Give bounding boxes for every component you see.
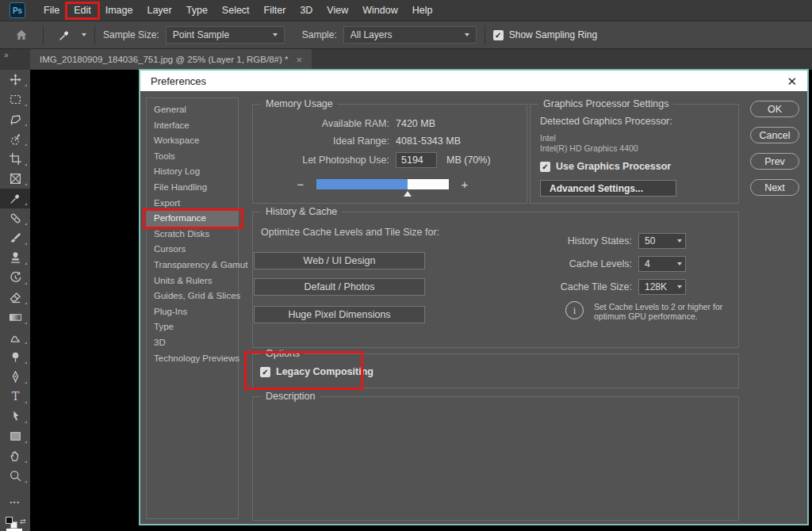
photoshop-logo-icon: Ps [10,2,25,18]
home-icon[interactable] [8,28,35,42]
dialog-close-icon[interactable]: ✕ [787,75,797,87]
legacy-compositing-label: Legacy Compositing [276,366,373,377]
color-swatches[interactable]: ⇄ [0,513,30,531]
nav-item-cursors[interactable]: Cursors [147,242,238,258]
nav-item-units-rulers[interactable]: Units & Rulers [147,273,238,289]
menu-item-layer[interactable]: Layer [140,0,178,21]
nav-item-file-handling[interactable]: File Handling [147,180,238,196]
spot-healing-brush-tool-icon[interactable] [0,208,30,228]
menu-item-edit[interactable]: Edit [67,0,98,21]
gradient-tool-icon[interactable] [0,308,30,327]
memory-slider-fill [316,179,408,189]
preferences-dialog: Preferences ✕ General Interface Workspac… [139,69,809,525]
eyedropper-tool-icon[interactable] [52,29,78,42]
legacy-compositing-checkbox[interactable]: ✓ [260,367,270,377]
type-tool-icon[interactable]: T [0,387,30,407]
nav-item-history-log[interactable]: History Log [147,164,238,180]
smudge-tool-icon[interactable] [0,327,30,347]
huge-pixel-dimensions-button[interactable]: Huge Pixel Dimensions [254,306,425,323]
document-tab[interactable]: IMG_20180909_184036_751.jpg @ 25% (Layer… [30,49,312,70]
menu-item-filter[interactable]: Filter [257,0,293,21]
menu-item-3d[interactable]: 3D [293,0,320,21]
lasso-tool-icon[interactable] [0,109,30,129]
menu-item-view[interactable]: View [320,0,355,21]
clone-stamp-tool-icon[interactable] [0,248,30,268]
memory-slider-track[interactable] [316,179,449,189]
sample-select[interactable]: All Layers [343,26,477,44]
sample-label: Sample: [302,29,337,40]
menu-item-help[interactable]: Help [405,0,440,21]
menu-item-window[interactable]: Window [355,0,404,21]
zoom-tool-icon[interactable] [0,466,30,486]
foreground-color-swatch[interactable] [6,517,13,524]
document-tab-title: IMG_20180909_184036_751.jpg @ 25% (Layer… [40,55,288,64]
prev-button[interactable]: Prev [750,153,799,170]
path-selection-tool-icon[interactable] [0,407,30,426]
graphics-processor-title: Graphics Processor Settings [538,98,673,109]
let-photoshop-use-input[interactable] [396,152,437,168]
tab-close-icon[interactable]: × [296,54,302,66]
use-graphics-processor-label: Use Graphics Processor [556,161,671,172]
crop-tool-icon[interactable] [0,149,30,169]
cache-levels-select[interactable]: 4 [638,256,686,272]
detected-gpu-label: Detected Graphics Processor: [540,116,730,127]
sample-size-select[interactable]: Point Sample [166,26,285,44]
history-states-select[interactable]: 50 [638,233,686,249]
memory-slider-minus[interactable]: − [294,178,307,191]
pen-tool-icon[interactable] [0,367,30,387]
chevron-down-icon [677,285,682,288]
eraser-tool-icon[interactable] [0,288,30,308]
nav-item-tools[interactable]: Tools [147,149,238,165]
ideal-range-value: 4081-5343 MB [396,136,461,147]
chevron-down-icon[interactable] [82,33,86,36]
advanced-settings-button[interactable]: Advanced Settings... [540,180,676,197]
nav-item-performance[interactable]: Performance [147,211,238,227]
nav-item-3d[interactable]: 3D [147,335,238,351]
nav-item-workspace[interactable]: Workspace [147,133,238,149]
cache-tile-size-select[interactable]: 128K [638,279,686,295]
nav-item-scratch-disks[interactable]: Scratch Disks [147,227,238,243]
nav-item-interface[interactable]: Interface [147,118,238,134]
menu-item-edit-label: Edit [74,5,91,16]
menu-item-type[interactable]: Type [179,0,215,21]
web-ui-design-button[interactable]: Web / UI Design [254,252,425,269]
quick-selection-tool-icon[interactable] [0,129,30,149]
rectangular-marquee-tool-icon[interactable] [0,90,30,109]
nav-item-plug-ins[interactable]: Plug-Ins [147,304,238,320]
history-brush-tool-icon[interactable] [0,268,30,288]
default-photos-button[interactable]: Default / Photos [254,278,425,296]
cancel-button[interactable]: Cancel [750,127,799,143]
dodge-tool-icon[interactable] [0,347,30,367]
hand-tool-icon[interactable] [0,446,30,466]
gpu-vendor: Intel [540,133,730,143]
nav-item-transparency-gamut[interactable]: Transparency & Gamut [147,258,238,273]
menu-item-image[interactable]: Image [98,0,140,21]
eyedropper-tool-icon[interactable] [0,189,30,208]
show-sampling-ring-checkbox[interactable]: ✓ [493,30,504,40]
move-tool-icon[interactable] [0,70,30,90]
menu-bar: Ps File Edit Image Layer Type Select Fil… [0,0,812,21]
rectangle-tool-icon[interactable] [0,426,30,446]
memory-slider-plus[interactable]: + [458,178,471,191]
frame-tool-icon[interactable] [0,169,30,189]
nav-item-guides-grid-slices[interactable]: Guides, Grid & Slices [147,288,238,304]
nav-item-technology-previews[interactable]: Technology Previews [147,351,238,367]
ok-button[interactable]: OK [750,101,799,117]
dialog-title-bar: Preferences ✕ [140,71,807,91]
check-icon: ✓ [262,368,268,376]
tool-options-bar: Sample Size: Point Sample Sample: All La… [0,21,812,49]
next-button[interactable]: Next [750,179,799,196]
nav-item-export[interactable]: Export [147,196,238,212]
description-title: Description [261,391,320,402]
nav-item-general[interactable]: General [147,102,238,118]
swap-colors-icon[interactable]: ⇄ [20,518,26,525]
separator [94,25,95,44]
memory-slider-marker[interactable] [404,191,412,197]
brush-tool-icon[interactable] [0,228,30,248]
nav-item-type[interactable]: Type [147,319,238,335]
menu-item-select[interactable]: Select [215,0,257,21]
collapse-panel-icon[interactable]: » [4,51,8,59]
edit-toolbar-icon[interactable]: ••• [0,494,30,510]
use-graphics-processor-checkbox[interactable]: ✓ [540,162,550,172]
menu-item-file[interactable]: File [36,0,67,21]
